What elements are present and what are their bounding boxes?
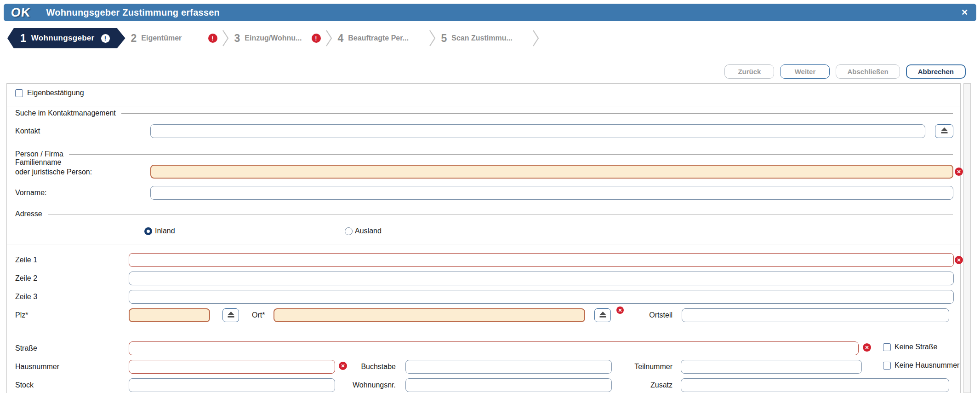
ort-lookup-button[interactable]: [594, 308, 611, 322]
zeile1-input[interactable]: [129, 253, 954, 267]
error-icon: ✕: [863, 343, 871, 352]
ort-input[interactable]: [273, 308, 585, 322]
eigenbestaetigung-label: Eigenbestätigung: [27, 89, 84, 97]
zeile1-label: Zeile 1: [15, 256, 37, 264]
legend-rule: [121, 113, 953, 114]
buchstabe-input[interactable]: [405, 360, 612, 374]
ort-label: Ort*: [252, 311, 265, 319]
step-scan-zustimmung[interactable]: 5 Scan Zustimmu...: [441, 28, 531, 48]
form-panel: Eigenbestätigung Suche im Kontaktmanagem…: [6, 83, 961, 393]
teilnummer-label: Teilnummer: [618, 363, 672, 371]
chevron-separator-icon: [429, 29, 436, 47]
step-eigentuemer[interactable]: 2 Eigentümer !: [131, 28, 221, 48]
inland-label: Inland: [155, 227, 175, 235]
eject-icon: [227, 311, 235, 320]
step-label: Einzug/Wohnu...: [245, 34, 302, 42]
legend-text: Adresse: [15, 210, 42, 218]
zusatz-input[interactable]: [681, 378, 949, 392]
ausland-label: Ausland: [355, 227, 382, 235]
keine-hausnummer-label: Keine Hausnummer: [895, 361, 959, 370]
close-icon[interactable]: ✕: [961, 4, 968, 21]
legend-text: Person / Firma: [15, 150, 63, 158]
step-error-badge-icon: !: [208, 34, 217, 43]
scrollbar-track[interactable]: [963, 83, 971, 393]
vorname-input[interactable]: [150, 186, 953, 200]
error-icon: ✕: [955, 256, 963, 264]
legend-rule: [69, 154, 953, 155]
legend-text: Suche im Kontaktmanagement: [15, 109, 116, 117]
keine-strasse-checkbox[interactable]: [883, 343, 891, 351]
plz-input[interactable]: [129, 308, 210, 322]
wizard-steps: 1 Wohnungsgeber ! 2 Eigentümer ! 3 Einzu…: [7, 28, 539, 48]
step-label: Beauftragte Per...: [348, 34, 409, 42]
inland-radio[interactable]: [144, 227, 152, 235]
familienname-input[interactable]: [150, 165, 953, 179]
finish-button[interactable]: Abschließen: [836, 64, 900, 79]
chevron-separator-icon: [532, 29, 539, 47]
dialog-title: Wohnungsgeber Zustimmung erfassen: [46, 7, 220, 18]
divider: [7, 106, 960, 106]
error-icon: ✕: [616, 306, 624, 314]
eject-icon: [940, 127, 948, 136]
zeile2-input[interactable]: [129, 272, 954, 285]
wohnungsnr-input[interactable]: [405, 378, 612, 392]
error-icon: ✕: [339, 362, 347, 370]
step-number: 4: [338, 32, 344, 45]
kontakt-label: Kontakt: [15, 127, 40, 135]
hausnummer-label: Hausnummer: [15, 363, 59, 371]
step-wohnungsgeber[interactable]: 1 Wohnungsgeber !: [7, 28, 125, 48]
cancel-button[interactable]: Abbrechen: [906, 64, 966, 79]
error-icon: ✕: [955, 168, 963, 176]
plz-lookup-button[interactable]: [222, 308, 239, 322]
divider: [7, 338, 960, 338]
eject-icon: [599, 311, 607, 320]
teilnummer-input[interactable]: [681, 360, 862, 374]
zeile2-label: Zeile 2: [15, 274, 37, 283]
step-beauftragte-person[interactable]: 4 Beauftragte Per...: [338, 28, 428, 48]
step-warning-badge-icon: !: [101, 34, 110, 43]
eigenbestaetigung-checkbox[interactable]: [15, 89, 23, 97]
zeile3-label: Zeile 3: [15, 293, 37, 301]
ortsteil-label: Ortsteil: [631, 311, 672, 319]
ausland-radio[interactable]: [345, 227, 353, 235]
hausnummer-input[interactable]: [129, 360, 335, 374]
step-error-badge-icon: !: [312, 34, 321, 43]
plz-label: Plz*: [15, 311, 28, 319]
zusatz-label: Zusatz: [618, 381, 672, 389]
kontakt-section-legend: Suche im Kontaktmanagement: [15, 109, 953, 118]
chevron-separator-icon: [325, 29, 332, 47]
step-number: 2: [131, 32, 137, 45]
kontakt-lookup-button[interactable]: [935, 124, 953, 138]
step-number: 1: [20, 32, 26, 45]
kontakt-input[interactable]: [150, 124, 925, 138]
stock-input[interactable]: [129, 378, 335, 392]
step-einzug-wohnung[interactable]: 3 Einzug/Wohnu... !: [234, 28, 325, 48]
person-section-legend: Person / Firma: [15, 150, 953, 159]
ortsteil-input[interactable]: [682, 308, 949, 322]
keine-strasse-label: Keine Straße: [895, 343, 937, 351]
next-button[interactable]: Weiter: [780, 64, 830, 79]
keine-hausnummer-checkbox[interactable]: [883, 362, 891, 370]
toolbar: Zurück Weiter Abschließen Abbrechen: [724, 64, 966, 79]
vorname-label: Vorname:: [15, 189, 46, 197]
step-number: 3: [234, 32, 240, 45]
buchstabe-label: Buchstabe: [347, 363, 396, 371]
familienname-label-line1: Familienname: [15, 158, 61, 167]
adresse-section-legend: Adresse: [15, 209, 953, 219]
stock-label: Stock: [15, 381, 34, 389]
strasse-label: Straße: [15, 344, 37, 353]
ok-logo: OK: [10, 6, 31, 20]
back-button[interactable]: Zurück: [724, 64, 774, 79]
zeile3-input[interactable]: [129, 290, 954, 304]
step-label: Scan Zustimmu...: [451, 34, 512, 42]
legend-rule: [48, 214, 953, 214]
step-label: Wohnungsgeber: [31, 34, 95, 43]
strasse-input[interactable]: [129, 341, 859, 355]
divider: [7, 244, 960, 244]
step-label: Eigentümer: [141, 34, 182, 42]
chevron-separator-icon: [222, 29, 229, 47]
wohnungsnr-label: Wohnungsnr.: [347, 381, 396, 389]
step-number: 5: [441, 32, 447, 45]
titlebar: OK Wohnungsgeber Zustimmung erfassen ✕: [4, 4, 976, 21]
familienname-label-line2: oder juristische Person:: [15, 168, 92, 176]
